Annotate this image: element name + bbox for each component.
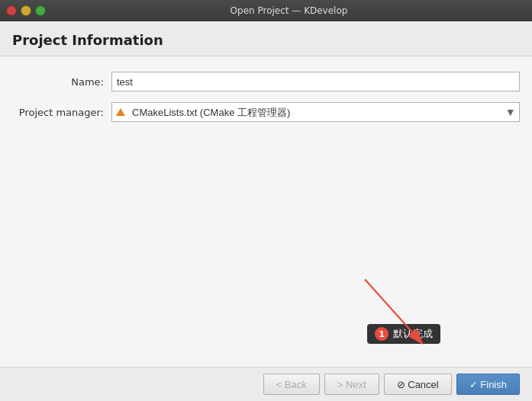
back-button[interactable]: < Back bbox=[263, 374, 320, 395]
tooltip-arrow bbox=[0, 212, 532, 367]
dialog: Project Information Name: Project manage… bbox=[0, 21, 532, 401]
window-title: Open Project — KDevelop bbox=[52, 5, 526, 16]
maximize-window-button[interactable] bbox=[35, 5, 46, 16]
project-manager-label: Project manager: bbox=[12, 107, 111, 118]
dialog-buttons: < Back > Next ⊘ Cancel ✓ Finish bbox=[0, 367, 532, 401]
dialog-header: Project Information bbox=[0, 21, 532, 56]
tooltip-number: 1 bbox=[375, 327, 389, 341]
name-input[interactable] bbox=[111, 72, 520, 91]
page-title: Project Information bbox=[12, 32, 520, 48]
cmake-icon bbox=[116, 108, 125, 116]
name-label: Name: bbox=[12, 76, 111, 88]
cancel-button[interactable]: ⊘ Cancel bbox=[384, 374, 452, 395]
next-button[interactable]: > Next bbox=[324, 374, 379, 395]
name-row: Name: bbox=[12, 72, 520, 91]
finish-label: ✓ Finish bbox=[469, 379, 507, 390]
minimize-window-button[interactable] bbox=[21, 5, 31, 16]
titlebar: Open Project — KDevelop bbox=[0, 0, 532, 21]
tooltip-text: 默认完成 bbox=[393, 327, 433, 341]
project-manager-select[interactable]: CMakeLists.txt (CMake 工程管理器) bbox=[111, 102, 520, 122]
project-manager-row: Project manager: CMakeLists.txt (CMake 工… bbox=[12, 102, 520, 122]
content-wrapper: Name: Project manager: CMakeLists.txt (C… bbox=[0, 56, 532, 367]
window-controls bbox=[6, 5, 46, 16]
next-label: > Next bbox=[337, 379, 366, 390]
cancel-label: ⊘ Cancel bbox=[397, 379, 439, 390]
tooltip-area: 1 默认完成 bbox=[0, 212, 532, 367]
close-window-button[interactable] bbox=[6, 5, 17, 16]
tooltip-bubble: 1 默认完成 bbox=[367, 324, 440, 344]
dialog-content: Name: Project manager: CMakeLists.txt (C… bbox=[0, 56, 532, 212]
project-manager-select-wrap: CMakeLists.txt (CMake 工程管理器) ▼ bbox=[111, 102, 520, 122]
finish-button[interactable]: ✓ Finish bbox=[456, 374, 520, 395]
back-label: < Back bbox=[276, 379, 307, 390]
